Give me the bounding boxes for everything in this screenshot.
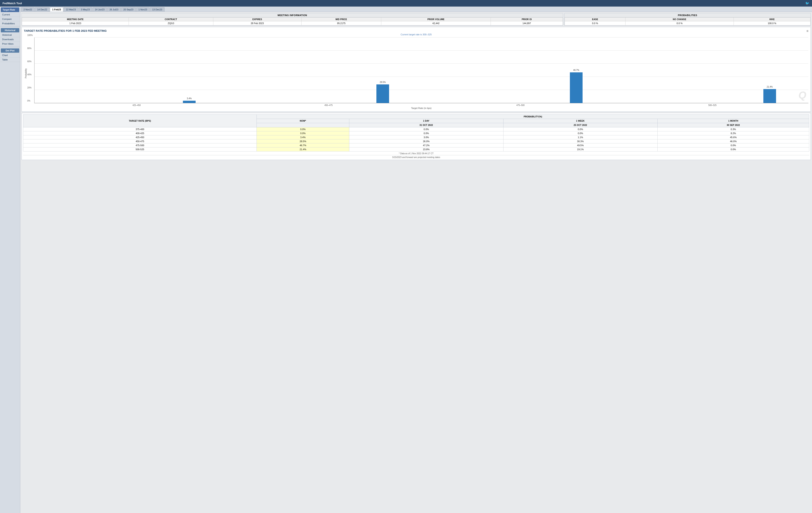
tab-1-Nov23[interactable]: 1 Nov23 bbox=[136, 7, 149, 11]
y-gridline-80 bbox=[34, 50, 808, 51]
probabilities-info-header: PROBABILITIES bbox=[564, 13, 811, 17]
footer-note: * Data as of 1 Nov 2022 09:44:17 CT bbox=[23, 152, 809, 154]
y-gridline-40 bbox=[34, 77, 808, 77]
bar-label-475–500: 46.7% bbox=[573, 69, 579, 71]
bar-group-500–525: 21.4% bbox=[692, 89, 812, 103]
tabs-bar: 2 Nov2214 Dec221 Feb2322 Mar233 May2314 … bbox=[20, 6, 812, 12]
twitter-icon[interactable]: 🐦 bbox=[805, 1, 809, 5]
dot-plot-group-label: Dot Plot bbox=[1, 49, 19, 53]
historical-group-label: Historical bbox=[1, 28, 19, 32]
x-tick-475–500: 475–500 bbox=[425, 104, 617, 106]
tab-3-May23[interactable]: 3 May23 bbox=[79, 7, 92, 11]
meeting-info-box: MEETING INFORMATION MEETING DATECONTRACT… bbox=[22, 13, 563, 26]
bar-label-450–475: 28.5% bbox=[380, 81, 386, 83]
y-tick-label-0: 0% bbox=[27, 99, 30, 102]
sidebar-item-table[interactable]: Table bbox=[0, 58, 20, 62]
chart-section: TARGET RATE PROBABILITIES FOR 1 FEB 2023… bbox=[22, 27, 811, 112]
sidebar-item-historical[interactable]: Historical bbox=[0, 33, 20, 37]
x-axis-labels: 425–450450–475475–500500–525 bbox=[40, 104, 808, 106]
tab-2-Nov22[interactable]: 2 Nov22 bbox=[21, 7, 34, 11]
x-tick-500–525: 500–525 bbox=[616, 104, 808, 106]
x-tick-450–475: 450–475 bbox=[233, 104, 425, 106]
x-axis-title: Target Rate (in bps) bbox=[34, 107, 808, 109]
sidebar-divider-1 bbox=[0, 27, 20, 27]
chart-title: TARGET RATE PROBABILITIES FOR 1 FEB 2023… bbox=[24, 29, 808, 32]
bar-label-500–525: 21.4% bbox=[767, 86, 773, 88]
y-tick-label-40: 40% bbox=[27, 74, 31, 76]
bar-label-425–450: 3.4% bbox=[187, 97, 192, 99]
y-tick-label-20: 20% bbox=[27, 87, 31, 89]
sidebar-item-compare[interactable]: Compare bbox=[0, 17, 20, 21]
bar-500–525[interactable] bbox=[763, 89, 776, 103]
y-tick-label-80: 80% bbox=[27, 47, 31, 50]
bar-group-425–450: 3.4% bbox=[112, 101, 267, 103]
bar-425–450[interactable] bbox=[183, 101, 196, 103]
sidebar-divider-2 bbox=[0, 47, 20, 47]
tab-14-Jun23[interactable]: 14 Jun23 bbox=[93, 7, 107, 11]
table-row: 500-52521.4%23.8%19.1%0.0% bbox=[23, 147, 809, 151]
bar-450–475[interactable] bbox=[376, 84, 389, 103]
sidebar-item-downloads[interactable]: Downloads bbox=[0, 37, 20, 42]
table-row: 475-50046.7%47.2%49.5%0.0% bbox=[23, 143, 809, 147]
bar-475–500[interactable] bbox=[570, 73, 583, 103]
tab-14-Dec22[interactable]: 14 Dec22 bbox=[35, 7, 50, 11]
target-rate-btn[interactable]: Target Rate bbox=[1, 7, 19, 12]
y-gridline-100 bbox=[34, 37, 808, 37]
table-row: 375-4000.0%0.0%0.0%0.3% bbox=[23, 127, 809, 132]
probabilities-info-box: PROBABILITIES EASENO CHANGEHIKE 0.0 %0.0… bbox=[564, 13, 811, 26]
chart-menu-icon[interactable]: ≡ bbox=[807, 29, 808, 33]
tab-13-Dec23[interactable]: 13 Dec23 bbox=[150, 7, 165, 11]
bar-group-450–475: 28.5% bbox=[306, 84, 460, 103]
footer-note2: 3/15/2023 and forward are projected meet… bbox=[23, 155, 809, 159]
app-title: FedWatch Tool bbox=[3, 2, 22, 5]
sidebar-item-current[interactable]: Current bbox=[0, 12, 20, 17]
bottom-table-section: TARGET RATE (BPS)PROBABILITY(%)NOW*1 DAY… bbox=[22, 113, 811, 160]
tab-26-Jul23[interactable]: 26 Jul23 bbox=[107, 7, 121, 11]
tab-20-Sep23[interactable]: 20 Sep23 bbox=[121, 7, 136, 11]
table-row: 450-47528.5%26.0%30.3%46.0% bbox=[23, 139, 809, 143]
tab-1-Feb23[interactable]: 1 Feb23 bbox=[50, 7, 63, 11]
sidebar-item-probabilities[interactable]: Probabilities bbox=[0, 21, 20, 26]
table-row: 425-4503.4%3.0%1.1%45.6% bbox=[23, 135, 809, 139]
x-tick-425–450: 425–450 bbox=[40, 104, 233, 106]
table-row: 400-4250.0%0.0%0.0%8.2% bbox=[23, 132, 809, 135]
sidebar-item-chart[interactable]: Chart bbox=[0, 53, 20, 58]
meeting-info-header: MEETING INFORMATION bbox=[22, 13, 563, 17]
chart-subtitle: Current target rate is 300–325 bbox=[24, 33, 808, 36]
bar-group-475–500: 46.7% bbox=[499, 73, 654, 103]
y-gridline-60 bbox=[34, 63, 808, 64]
y-tick-label-60: 60% bbox=[27, 60, 31, 63]
chart-plot: 0%20%40%60%80%100%3.4%28.5%46.7%21.4% bbox=[34, 37, 808, 103]
sidebar-item-prior-hikes[interactable]: Prior Hikes bbox=[0, 42, 20, 46]
tab-22-Mar23[interactable]: 22 Mar23 bbox=[64, 7, 78, 11]
y-tick-label-100: 100% bbox=[27, 34, 33, 36]
